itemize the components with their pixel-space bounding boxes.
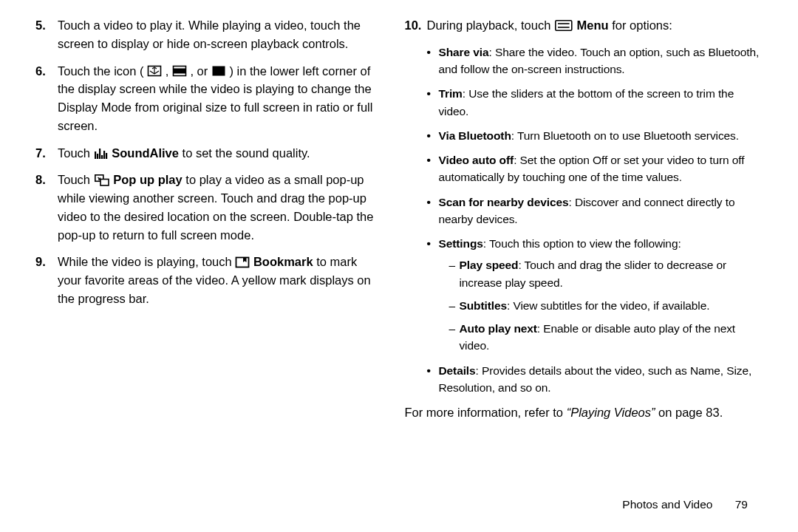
left-column: Touch a video to play it. While playing … [35, 16, 376, 422]
display-ratio-icon [172, 65, 187, 77]
step-10: During playback, touch Menu for options: [404, 16, 763, 35]
bookmark-label: Bookmark [253, 255, 313, 268]
footer-section: Photos and Video [622, 498, 712, 511]
display-full-icon [211, 65, 226, 77]
option-share-via: Share via: Share the video. Touch an opt… [426, 44, 763, 78]
option-via-bluetooth: Via Bluetooth: Turn Bluetooth on to use … [426, 127, 763, 144]
option-settings: Settings: Touch this option to view the … [426, 235, 763, 355]
setting-auto-play-next: Auto play next: Enable or disable auto p… [449, 320, 763, 355]
setting-subtitles: Subtitles: View subtitles for the video,… [449, 297, 763, 314]
option-scan-nearby: Scan for nearby devices: Discover and co… [426, 194, 763, 228]
setting-play-speed: Play speed: Touch and drag the slider to… [449, 256, 763, 291]
right-column: During playback, touch Menu for options:… [404, 16, 763, 422]
settings-sublist: Play speed: Touch and drag the slider to… [449, 256, 763, 354]
step-6: Touch the icon ( , , or ) in the lower l… [35, 62, 376, 135]
page-number: 79 [735, 498, 748, 511]
display-original-icon [147, 65, 162, 77]
step-9: While the video is playing, touch Bookma… [35, 253, 376, 307]
page-body: Touch a video to play it. While playing … [0, 0, 798, 422]
soundalive-label: SoundAlive [112, 146, 179, 160]
option-video-auto-off: Video auto off: Set the option Off or se… [426, 151, 763, 186]
option-trim: Trim: Use the sliders at the bottom of t… [426, 85, 763, 120]
popup-play-icon [94, 174, 110, 186]
popup-play-label: Pop up play [113, 173, 183, 186]
page-footer: Photos and Video 79 [622, 496, 748, 513]
menu-label: Menu [577, 18, 609, 32]
cross-reference: For more information, refer to “Playing … [404, 403, 763, 422]
step-8: Touch Pop up play to play a video as a s… [35, 171, 376, 244]
step-5: Touch a video to play it. While playing … [35, 16, 376, 53]
bookmark-icon [235, 256, 250, 268]
menu-icon [554, 20, 573, 32]
options-list: Share via: Share the video. Touch an opt… [426, 44, 763, 396]
soundalive-icon [94, 147, 109, 159]
step-7: Touch SoundAlive to set the sound qualit… [35, 144, 376, 163]
option-details: Details: Provides details about the vide… [426, 362, 763, 397]
